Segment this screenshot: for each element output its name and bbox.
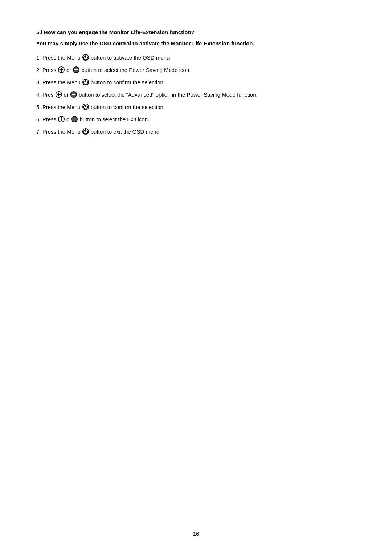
step-4-text-before: 4. Pres [36,92,54,98]
step-2: 2. Press or button to select the Power S… [36,66,356,73]
step-7-text-before: 7. Press the Menu [36,129,81,135]
step-1-text-after: button to activate the OSD menu [91,54,170,61]
section-question: 5.l How can you engage the Monitor Life-… [36,29,356,35]
step-5-text-after: button to confirm the selection [91,104,163,110]
step-1-text-before: 1. Press the Menu [36,54,81,61]
section-answer: You may simply use the OSD control to ac… [36,40,356,46]
step-2-text-after: button to select the Power Saving Mode i… [81,67,191,73]
step-4: 4. Pres or button to select the “Advance… [36,91,356,98]
step-5: 5. Press the Menu button to confirm the … [36,103,356,110]
step-6-text-o: o [66,116,69,122]
step-4-text-or: or [64,92,69,98]
step-7: 7. Press the Menu button to exit the OSD… [36,128,356,135]
step-3-text-after: button to confirm the selection [91,79,163,85]
step-5-text-before: 5. Press the Menu [36,104,81,110]
steps-list: 1. Press the Menu button to activate the… [36,54,356,135]
minus-icon-6 [71,116,78,123]
step-4-text-after: button to select the “Advanced” option i… [79,92,258,98]
step-1: 1. Press the Menu button to activate the… [36,54,356,61]
power-icon-1 [82,54,89,61]
step-6: 6. Press o button to select the Exit ico… [36,116,356,123]
step-3: 3. Press the Menu button to confirm the … [36,78,356,86]
power-icon-7 [82,128,89,135]
page-number: 16 [193,531,199,537]
step-3-text-before: 3. Press the Menu [36,79,81,85]
step-2-text-before: 2. Press [36,67,56,73]
plus-icon-4 [55,91,62,98]
power-icon-3 [82,78,89,86]
step-7-text-after: button to exit the OSD menu [91,129,159,135]
plus-icon-6 [58,116,65,123]
plus-icon-2 [58,66,65,73]
step-2-text-or: or [66,67,71,73]
power-icon-5 [82,103,89,110]
minus-icon-2 [73,66,80,73]
step-6-text-before: 6. Press [36,116,56,122]
minus-icon-4 [70,91,77,98]
step-6-text-after: button to select the Exit icon. [79,116,149,122]
